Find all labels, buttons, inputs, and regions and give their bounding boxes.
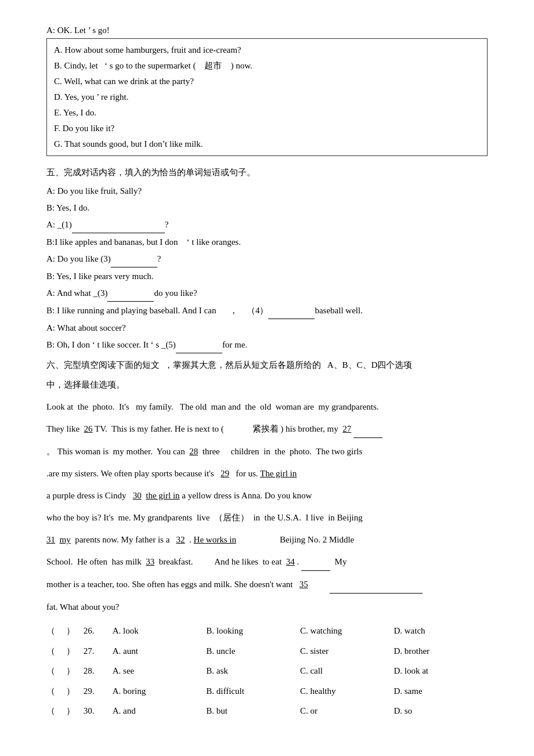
section5-title: 五、完成对话内容，填入的为恰当的单词短语或句子。 (46, 165, 488, 180)
mcq-row-27: （ ） 27. A. aunt B. uncle C. sister D. br… (46, 643, 488, 660)
section6-title: 六、完型填空阅读下面的短文 ，掌握其大意，然后从短文后各题所给的 A、B、C、D… (46, 358, 488, 373)
section5-content: A: Do you like fruit, Sally? B: Yes, I d… (46, 183, 488, 353)
mcq-row-26: （ ） 26. A. look B. looking C. watching D… (46, 623, 488, 639)
intro-line: A: OK. Let ’ s go! (46, 23, 488, 38)
mcq-row-29: （ ） 29. A. boring B. difficult C. health… (46, 683, 488, 700)
options-box: A. How about some hamburgers, fruit and … (46, 38, 488, 156)
reading-passage: Look at the photo. It's my family. The o… (46, 398, 488, 616)
mcq-section: （ ） 26. A. look B. looking C. watching D… (46, 623, 488, 719)
mcq-row-28: （ ） 28. A. see B. ask C. call D. look at (46, 663, 488, 679)
mcq-row-30: （ ） 30. A. and B. but C. or D. so (46, 703, 488, 719)
section6-subtitle: 中，选择最佳选项。 (46, 378, 488, 393)
